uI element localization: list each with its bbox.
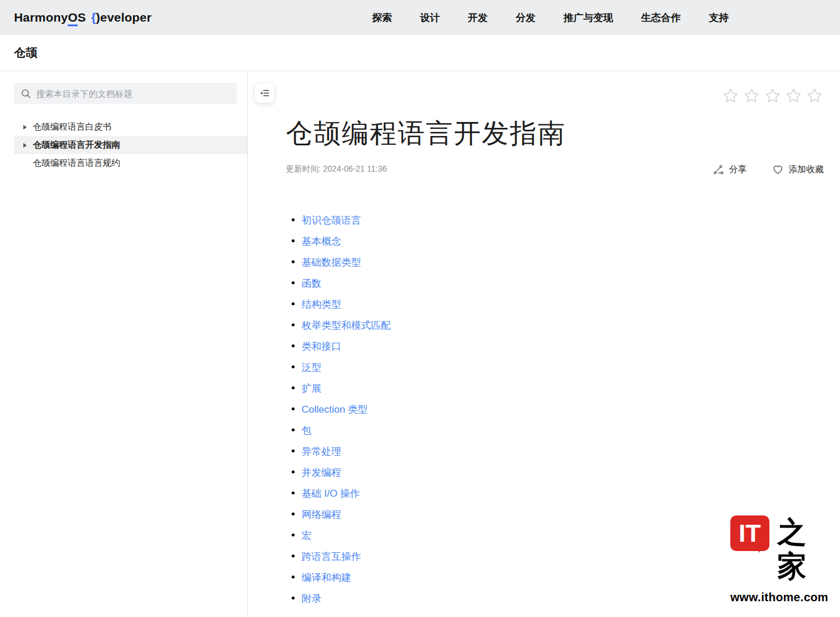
updated-time: 更新时间: 2024-06-21 11:36 xyxy=(286,164,387,175)
ithome-watermark: IT 之家 www.ithome.com xyxy=(730,515,828,604)
nav-item-ecosystem[interactable]: 生态合作 xyxy=(641,11,681,25)
toc-item: 扩展 xyxy=(292,382,824,403)
ithome-url: www.ithome.com xyxy=(730,591,828,604)
toc-link[interactable]: 扩展 xyxy=(302,383,321,394)
toc-link[interactable]: 泛型 xyxy=(302,362,321,373)
toc-link[interactable]: 编译和构建 xyxy=(302,572,351,583)
tree-item-language-spec[interactable]: 仓颉编程语言语言规约 xyxy=(14,154,247,172)
star-icon[interactable] xyxy=(744,88,760,103)
ithome-logo-badge: IT xyxy=(730,515,769,551)
search-input[interactable] xyxy=(36,89,230,99)
toc-link[interactable]: 函数 xyxy=(302,278,321,289)
toc-item: 基本概念 xyxy=(292,235,824,256)
toc-link[interactable]: 异常处理 xyxy=(302,446,341,457)
toc-link[interactable]: 类和接口 xyxy=(302,341,341,352)
toc-link[interactable]: 基本概念 xyxy=(302,236,341,247)
toc-link[interactable]: 宏 xyxy=(302,530,312,541)
tree-item-label: 仓颉编程语言开发指南 xyxy=(33,140,120,151)
toc-item: 类和接口 xyxy=(292,340,824,361)
nav-item-support[interactable]: 支持 xyxy=(709,11,729,25)
sidebar-collapse-button[interactable] xyxy=(255,83,274,103)
nav-item-monetize[interactable]: 推广与变现 xyxy=(564,11,613,25)
add-favorite-button[interactable]: 添加收藏 xyxy=(772,164,824,175)
tree-item-label: 仓颉编程语言白皮书 xyxy=(33,121,111,133)
article-actions: 分享 添加收藏 xyxy=(713,164,824,175)
toc-link[interactable]: 跨语言互操作 xyxy=(302,551,361,562)
article-title: 仓颉编程语言开发指南 xyxy=(286,118,824,149)
toc-item: 基础数据类型 xyxy=(292,256,824,277)
nav-item-explore[interactable]: 探索 xyxy=(372,11,392,25)
toc-link[interactable]: Collection 类型 xyxy=(302,404,368,415)
star-icon[interactable] xyxy=(786,88,802,103)
nav-item-develop[interactable]: 开发 xyxy=(468,11,488,25)
toc-link[interactable]: 结构类型 xyxy=(302,299,341,310)
toc-link[interactable]: 附录 xyxy=(302,593,321,604)
heart-icon xyxy=(772,164,783,175)
toc-item: 异常处理 xyxy=(292,445,824,466)
star-icon[interactable] xyxy=(723,88,738,103)
toc-item: 泛型 xyxy=(292,361,824,382)
expand-arrow-icon[interactable] xyxy=(23,143,27,148)
workspace: 仓颉编程语言白皮书 仓颉编程语言开发指南 仓颉编程语言语言规约 xyxy=(0,71,840,617)
ithome-brand-text: 之家 xyxy=(778,515,829,583)
rating-stars xyxy=(723,88,822,103)
top-header: HarmonyOS{)eveloper 探索 设计 开发 分发 推广与变现 生态… xyxy=(0,0,840,35)
section-header: 仓颉 xyxy=(0,35,840,71)
toc-item: 枚举类型和模式匹配 xyxy=(292,319,824,340)
search-icon xyxy=(21,89,31,99)
share-icon xyxy=(713,164,724,175)
toc-link[interactable]: 基础数据类型 xyxy=(302,257,361,268)
star-icon[interactable] xyxy=(807,88,822,103)
star-icon[interactable] xyxy=(765,88,780,103)
share-label: 分享 xyxy=(729,164,747,175)
tree-item-dev-guide[interactable]: 仓颉编程语言开发指南 xyxy=(14,136,247,154)
sidebar-search[interactable] xyxy=(14,83,237,104)
toc-link[interactable]: 并发编程 xyxy=(302,467,341,478)
toc-link[interactable]: 网络编程 xyxy=(302,509,341,520)
nav-item-distribute[interactable]: 分发 xyxy=(516,11,536,25)
toc-item: 包 xyxy=(292,424,824,445)
tree-item-label: 仓颉编程语言语言规约 xyxy=(33,158,120,169)
logo-o-underlined: O xyxy=(68,11,78,26)
share-button[interactable]: 分享 xyxy=(713,164,747,175)
toc-link[interactable]: 基础 I/O 操作 xyxy=(302,488,360,499)
logo-s: S xyxy=(78,11,86,24)
toc-link[interactable]: 包 xyxy=(302,425,312,436)
toc-link[interactable]: 枚举类型和模式匹配 xyxy=(302,320,391,331)
toc-link[interactable]: 初识仓颉语言 xyxy=(302,215,361,226)
expand-arrow-icon[interactable] xyxy=(23,125,27,130)
toc-item: 结构类型 xyxy=(292,298,824,319)
doc-tree: 仓颉编程语言白皮书 仓颉编程语言开发指南 仓颉编程语言语言规约 xyxy=(0,118,247,172)
collapse-outline-icon xyxy=(259,88,270,99)
favorite-label: 添加收藏 xyxy=(789,164,824,175)
toc-item: Collection 类型 xyxy=(292,403,824,424)
toc-item: 并发编程 xyxy=(292,466,824,487)
logo-harmony: Harmony xyxy=(14,11,68,24)
logo-developer-text: eveloper xyxy=(100,11,152,24)
toc-item: 初识仓颉语言 xyxy=(292,214,824,235)
logo-dev-paren-icon: ) xyxy=(96,11,100,24)
toc-item: 基础 I/O 操作 xyxy=(292,487,824,508)
harmonyos-developer-logo[interactable]: HarmonyOS{)eveloper xyxy=(14,11,152,25)
ithome-badge-text: IT xyxy=(738,519,761,548)
logo-dev-brace-icon: { xyxy=(91,11,96,24)
section-title: 仓颉 xyxy=(14,45,37,61)
article-meta-row: 更新时间: 2024-06-21 11:36 分享 xyxy=(286,164,824,175)
tree-item-whitepaper[interactable]: 仓颉编程语言白皮书 xyxy=(14,118,247,136)
toc-item: 函数 xyxy=(292,277,824,298)
primary-nav: 探索 设计 开发 分发 推广与变现 生态合作 支持 xyxy=(372,0,729,35)
doc-sidebar: 仓颉编程语言白皮书 仓颉编程语言开发指南 仓颉编程语言语言规约 xyxy=(0,71,248,617)
page: HarmonyOS{)eveloper 探索 设计 开发 分发 推广与变现 生态… xyxy=(0,0,840,617)
nav-item-design[interactable]: 设计 xyxy=(420,11,440,25)
